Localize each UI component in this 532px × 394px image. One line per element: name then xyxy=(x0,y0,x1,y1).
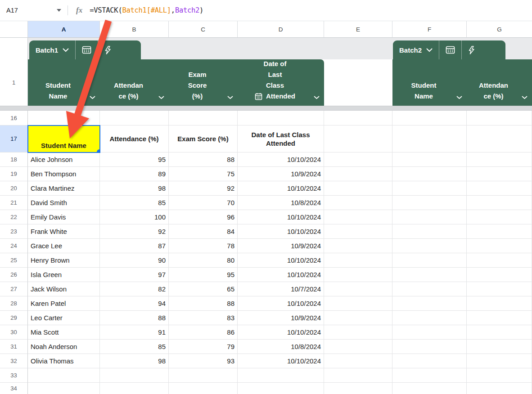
empty-cell[interactable] xyxy=(324,311,392,325)
column-header-a[interactable]: A xyxy=(28,21,100,38)
cell-date-last-attended[interactable]: 10/7/2024 xyxy=(238,282,324,296)
empty-cell[interactable] xyxy=(467,224,532,239)
batch2-header-student-name[interactable]: Student Name xyxy=(392,59,467,106)
empty-cell[interactable] xyxy=(324,196,392,210)
batch1-header-student-name[interactable]: Student Name xyxy=(28,59,100,106)
row-header-34[interactable]: 34 xyxy=(0,383,28,394)
filter-chevron-icon[interactable] xyxy=(522,96,527,99)
cell-attendance[interactable]: 95 xyxy=(100,152,169,167)
cell-exam-score[interactable]: 88 xyxy=(169,152,238,167)
batch2-chip-menu[interactable]: Batch2 xyxy=(393,40,439,59)
empty-cell[interactable] xyxy=(467,253,532,268)
cell-exam-score[interactable]: 84 xyxy=(169,224,238,239)
cell-attendance[interactable]: 85 xyxy=(100,340,169,354)
cell-d17[interactable]: Date of Last Class Attended xyxy=(238,125,324,152)
empty-cell[interactable] xyxy=(324,354,392,368)
empty-cell[interactable] xyxy=(169,111,238,125)
column-header-e[interactable]: E xyxy=(324,21,392,38)
cell-attendance[interactable]: 98 xyxy=(100,181,169,196)
cell-date-last-attended[interactable]: 10/10/2024 xyxy=(238,253,324,268)
cell-exam-score[interactable]: 78 xyxy=(169,239,238,253)
cell-exam-score[interactable]: 93 xyxy=(169,354,238,368)
empty-cell[interactable] xyxy=(28,111,100,125)
row-header[interactable]: 18 xyxy=(0,152,28,167)
empty-cell[interactable] xyxy=(392,111,467,125)
row-header[interactable]: 27 xyxy=(0,282,28,296)
empty-cell[interactable] xyxy=(324,224,392,239)
filter-chevron-icon[interactable] xyxy=(90,96,95,99)
row-header[interactable]: 32 xyxy=(0,354,28,368)
empty-cell[interactable] xyxy=(467,368,532,383)
selected-cell-a17[interactable]: Student Name xyxy=(28,125,100,152)
cell-student-name[interactable]: Grace Lee xyxy=(28,239,100,253)
empty-cell[interactable] xyxy=(100,368,169,383)
empty-cell[interactable] xyxy=(392,368,467,383)
column-header-c[interactable]: C xyxy=(169,21,238,38)
cell-student-name[interactable]: Mia Scott xyxy=(28,325,100,340)
empty-cell[interactable] xyxy=(467,152,532,167)
empty-cell[interactable] xyxy=(467,210,532,224)
cell-student-name[interactable]: Olivia Thomas xyxy=(28,354,100,368)
empty-cell[interactable] xyxy=(467,196,532,210)
cell-exam-score[interactable]: 65 xyxy=(169,282,238,296)
filter-chevron-icon[interactable] xyxy=(314,96,320,99)
batch1-column-stats-button[interactable] xyxy=(75,40,98,59)
select-all-corner[interactable] xyxy=(0,21,28,38)
empty-cell[interactable] xyxy=(392,340,467,354)
row-header[interactable]: 28 xyxy=(0,296,28,311)
empty-cell[interactable] xyxy=(100,111,169,125)
cell-exam-score[interactable]: 96 xyxy=(169,210,238,224)
empty-cell[interactable] xyxy=(324,111,392,125)
empty-cell[interactable] xyxy=(467,296,532,311)
fill-handle[interactable] xyxy=(97,149,100,152)
row-header-33[interactable]: 33 xyxy=(0,368,28,383)
empty-cell[interactable] xyxy=(238,368,324,383)
column-header-b[interactable]: B xyxy=(100,21,169,38)
filter-chevron-icon[interactable] xyxy=(158,96,164,99)
cell-student-name[interactable]: Emily Davis xyxy=(28,210,100,224)
row-header-1[interactable]: 1 xyxy=(0,59,28,106)
cell-attendance[interactable]: 85 xyxy=(100,196,169,210)
cell-date-last-attended[interactable]: 10/10/2024 xyxy=(238,296,324,311)
batch2-table-chip[interactable]: Batch2 xyxy=(393,40,505,59)
row-header[interactable]: 21 xyxy=(0,196,28,210)
row-header[interactable]: 31 xyxy=(0,340,28,354)
cell-exam-score[interactable]: 79 xyxy=(169,340,238,354)
row-header[interactable]: 22 xyxy=(0,210,28,224)
empty-cell[interactable] xyxy=(392,125,467,152)
cell-attendance[interactable]: 90 xyxy=(100,253,169,268)
cell-attendance[interactable]: 94 xyxy=(100,296,169,311)
batch1-header-exam-score[interactable]: Exam Score (%) xyxy=(169,59,238,106)
empty-cell[interactable] xyxy=(467,383,532,394)
cell-c17[interactable]: Exam Score (%) xyxy=(169,125,238,152)
empty-cell[interactable] xyxy=(100,383,169,394)
empty-cell[interactable] xyxy=(324,282,392,296)
empty-cell[interactable] xyxy=(324,383,392,394)
filter-chevron-icon[interactable] xyxy=(456,96,462,99)
cell-attendance[interactable]: 82 xyxy=(100,282,169,296)
empty-cell[interactable] xyxy=(169,383,238,394)
empty-cell[interactable] xyxy=(238,383,324,394)
empty-cell[interactable] xyxy=(28,368,100,383)
empty-cell[interactable] xyxy=(392,311,467,325)
batch1-chip-menu[interactable]: Batch1 xyxy=(29,40,75,59)
formula-input[interactable]: =VSTACK(Batch1[#ALL],Batch2) xyxy=(90,6,203,14)
empty-cell[interactable] xyxy=(324,239,392,253)
empty-cell[interactable] xyxy=(392,296,467,311)
empty-cell[interactable] xyxy=(467,125,532,152)
empty-cell[interactable] xyxy=(324,296,392,311)
empty-cell[interactable] xyxy=(392,253,467,268)
row-header[interactable]: 24 xyxy=(0,239,28,253)
row-header[interactable]: 20 xyxy=(0,181,28,196)
column-header-g[interactable]: G xyxy=(467,21,532,38)
cell-student-name[interactable]: David Smith xyxy=(28,196,100,210)
cell-date-last-attended[interactable]: 10/10/2024 xyxy=(238,181,324,196)
cell-date-last-attended[interactable]: 10/9/2024 xyxy=(238,239,324,253)
batch1-header-date[interactable]: Date of Last Class Attended xyxy=(238,59,324,106)
empty-cell[interactable] xyxy=(324,152,392,167)
empty-cell[interactable] xyxy=(392,152,467,167)
cell-student-name[interactable]: Leo Carter xyxy=(28,311,100,325)
cell-student-name[interactable]: Ben Thompson xyxy=(28,167,100,181)
cell-attendance[interactable]: 100 xyxy=(100,210,169,224)
cell-date-last-attended[interactable]: 10/8/2024 xyxy=(238,196,324,210)
